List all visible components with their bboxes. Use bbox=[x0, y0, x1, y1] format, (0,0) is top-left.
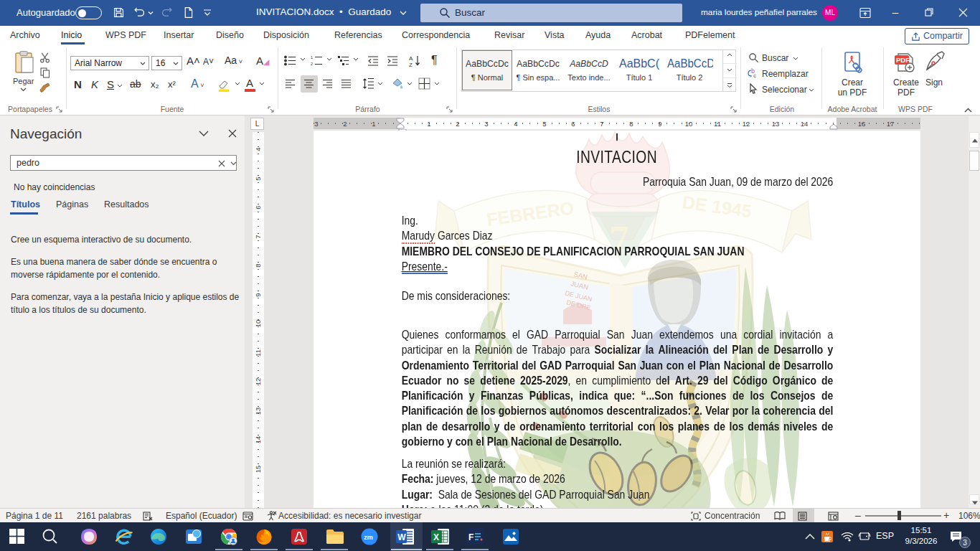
svg-text:W: W bbox=[397, 532, 406, 542]
svg-text:X: X bbox=[433, 532, 439, 542]
svg-text:F: F bbox=[468, 532, 473, 542]
svg-text:Z: Z bbox=[409, 62, 413, 67]
svg-text:PDF: PDF bbox=[896, 56, 910, 64]
svg-text:1: 1 bbox=[311, 55, 313, 60]
svg-text:c: c bbox=[753, 72, 756, 79]
svg-text:zm: zm bbox=[364, 534, 373, 541]
svg-text:2: 2 bbox=[311, 62, 313, 66]
svg-text:A: A bbox=[409, 55, 413, 62]
